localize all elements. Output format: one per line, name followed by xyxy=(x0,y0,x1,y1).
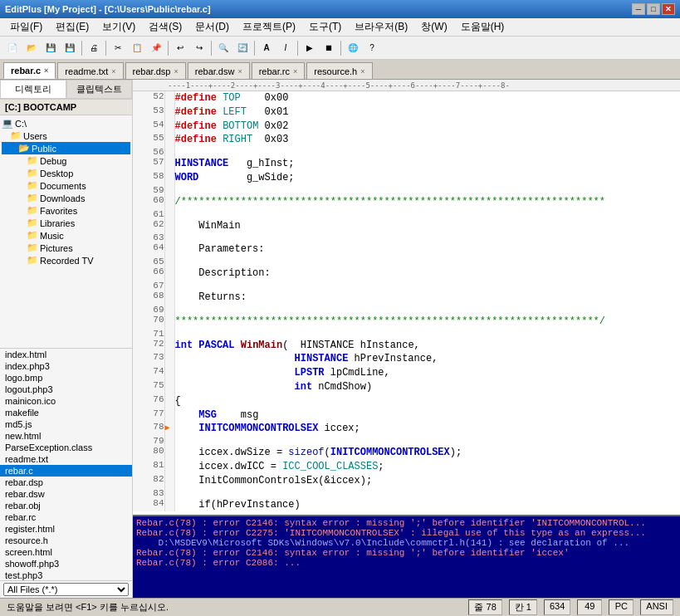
tree-item-pictures[interactable]: 📁 Pictures xyxy=(2,242,130,254)
menu-project[interactable]: 프로젝트(P) xyxy=(236,18,302,36)
code-line[interactable]: #define RIGHT 0x03 xyxy=(174,133,680,147)
save-all-button[interactable]: 💾 xyxy=(61,39,79,57)
sidebar-tab-clipboard[interactable]: 클립텍스트 xyxy=(66,80,133,99)
tab-rebar-dsw[interactable]: rebar.dsw × xyxy=(188,62,250,79)
undo-button[interactable]: ↩ xyxy=(171,39,189,57)
file-md5-js[interactable]: md5.js xyxy=(0,418,132,430)
browser-button[interactable]: 🌐 xyxy=(344,39,362,57)
code-line[interactable] xyxy=(174,147,680,157)
code-line[interactable] xyxy=(174,329,680,339)
minimize-button[interactable]: ─ xyxy=(632,3,645,15)
tree-item-recorded-tv[interactable]: 📁 Recorded TV xyxy=(2,254,130,266)
menu-doc[interactable]: 문서(D) xyxy=(188,18,236,36)
open-button[interactable]: 📂 xyxy=(22,39,41,57)
file-screen-html[interactable]: screen.html xyxy=(0,546,132,558)
code-line[interactable] xyxy=(174,209,680,219)
tab-close-rebar-dsw[interactable]: × xyxy=(237,67,242,76)
tree-item-c[interactable]: 💻 C:\ xyxy=(2,117,130,130)
code-line[interactable] xyxy=(174,232,680,242)
file-index-html[interactable]: index.html xyxy=(0,349,132,360)
code-line[interactable]: #define LEFT 0x01 xyxy=(174,105,680,120)
tab-rebar-c[interactable]: rebar.c × xyxy=(3,62,56,79)
code-line[interactable]: WORD g_wSide; xyxy=(174,171,680,185)
code-line[interactable]: int nCmdShow) xyxy=(174,380,680,394)
help-button[interactable]: ? xyxy=(363,39,381,57)
menu-search[interactable]: 검색(S) xyxy=(142,18,188,36)
menu-edit[interactable]: 편집(E) xyxy=(49,18,95,36)
tree-item-libraries[interactable]: 📁 Libraries xyxy=(2,217,130,229)
file-rebar-dsp[interactable]: rebar.dsp xyxy=(0,477,132,488)
code-line[interactable]: WinMain xyxy=(174,219,680,233)
file-rebar-c[interactable]: rebar.c xyxy=(0,465,132,477)
code-line[interactable] xyxy=(174,436,680,446)
file-mainicon-ico[interactable]: mainicon.ico xyxy=(0,395,132,407)
tree-item-documents[interactable]: 📁 Documents xyxy=(2,179,130,192)
file-logo-bmp[interactable]: logo.bmp xyxy=(0,372,132,384)
code-line[interactable]: Returns: xyxy=(174,291,680,305)
cut-button[interactable]: ✂ xyxy=(109,39,127,57)
code-line[interactable]: iccex.dwICC = ICC_COOL_CLASSES; xyxy=(174,460,680,474)
italic-button[interactable]: I xyxy=(276,39,295,57)
code-line[interactable]: HINSTANCE hPrevInstance, xyxy=(174,352,680,366)
tree-item-favorites[interactable]: 📁 Favorites xyxy=(2,204,130,217)
code-line[interactable] xyxy=(174,257,680,266)
code-line[interactable]: HINSTANCE g_hInst; xyxy=(174,157,680,171)
code-line[interactable]: LPSTR lpCmdLine, xyxy=(174,366,680,380)
file-logout-php3[interactable]: logout.php3 xyxy=(0,384,132,395)
code-line[interactable]: Parameters: xyxy=(174,242,680,257)
code-line[interactable]: Description: xyxy=(174,266,680,281)
tree-item-users[interactable]: 📁 Users xyxy=(2,130,130,142)
bold-button[interactable]: A xyxy=(257,39,276,57)
code-line[interactable]: if(hPrevInstance) xyxy=(174,498,680,512)
code-line[interactable]: #define TOP 0x00 xyxy=(174,91,680,105)
menu-tools[interactable]: 도구(T) xyxy=(302,18,348,36)
code-line[interactable] xyxy=(174,185,680,195)
tab-rebar-rc[interactable]: rebar.rc × xyxy=(252,62,306,79)
tab-close-readme[interactable]: × xyxy=(111,67,115,76)
save-button[interactable]: 💾 xyxy=(42,39,60,57)
redo-button[interactable]: ↪ xyxy=(190,39,208,57)
menu-window[interactable]: 창(W) xyxy=(414,18,453,36)
code-line[interactable]: { xyxy=(174,394,680,408)
run-button[interactable]: ▶ xyxy=(301,39,319,57)
file-test-php3[interactable]: test.php3 xyxy=(0,570,132,580)
tree-item-debug[interactable]: 📁 Debug xyxy=(2,154,130,167)
code-line[interactable] xyxy=(174,305,680,315)
code-line[interactable]: iccex.dwSize = sizeof(INITCOMMONCONTROLS… xyxy=(174,446,680,460)
file-readme-txt[interactable]: readme.txt xyxy=(0,453,132,465)
tree-item-downloads[interactable]: 📁 Downloads xyxy=(2,192,130,204)
tab-close-resource-h[interactable]: × xyxy=(360,67,364,76)
menu-file[interactable]: 파일(F) xyxy=(3,18,49,36)
tree-item-music[interactable]: 📁 Music xyxy=(2,229,130,242)
tab-readme-txt[interactable]: readme.txt × xyxy=(57,62,123,79)
file-rebar-obj[interactable]: rebar.obj xyxy=(0,500,132,511)
file-filter-select[interactable]: All Files (*.*) xyxy=(3,583,129,596)
code-line[interactable]: ****************************************… xyxy=(174,315,680,329)
tab-rebar-dsp[interactable]: rebar.dsp × xyxy=(125,62,186,79)
find-button[interactable]: 🔍 xyxy=(214,39,232,57)
print-button[interactable]: 🖨 xyxy=(85,39,103,57)
code-line[interactable]: int PASCAL WinMain( HINSTANCE hInstance, xyxy=(174,339,680,353)
code-line[interactable] xyxy=(174,281,680,291)
code-line[interactable] xyxy=(174,488,680,498)
new-button[interactable]: 📄 xyxy=(3,39,22,57)
file-showoff-php3[interactable]: showoff.php3 xyxy=(0,558,132,570)
tree-item-desktop[interactable]: 📁 Desktop xyxy=(2,167,130,179)
paste-button[interactable]: 📌 xyxy=(147,39,165,57)
menu-help[interactable]: 도움말(H) xyxy=(454,18,511,36)
sidebar-tab-directory[interactable]: 디렉토리 xyxy=(0,80,66,99)
file-makefile[interactable]: makefile xyxy=(0,407,132,418)
close-button[interactable]: ✕ xyxy=(662,3,675,15)
maximize-button[interactable]: □ xyxy=(647,3,660,15)
tab-close-rebar-dsp[interactable]: × xyxy=(174,67,178,76)
replace-button[interactable]: 🔄 xyxy=(233,39,252,57)
file-register-html[interactable]: register.html xyxy=(0,523,132,535)
code-line[interactable]: InitCommonControlsEx(&iccex); xyxy=(174,474,680,488)
file-rebar-dsw[interactable]: rebar.dsw xyxy=(0,488,132,500)
stop-button[interactable]: ⏹ xyxy=(320,39,338,57)
file-index-php3[interactable]: index.php3 xyxy=(0,360,132,372)
tab-close-rebar-rc[interactable]: × xyxy=(293,67,297,76)
code-line[interactable]: /***************************************… xyxy=(174,195,680,209)
tab-close-rebar-c[interactable]: × xyxy=(44,66,48,75)
code-line[interactable]: MSG msg xyxy=(174,408,680,423)
